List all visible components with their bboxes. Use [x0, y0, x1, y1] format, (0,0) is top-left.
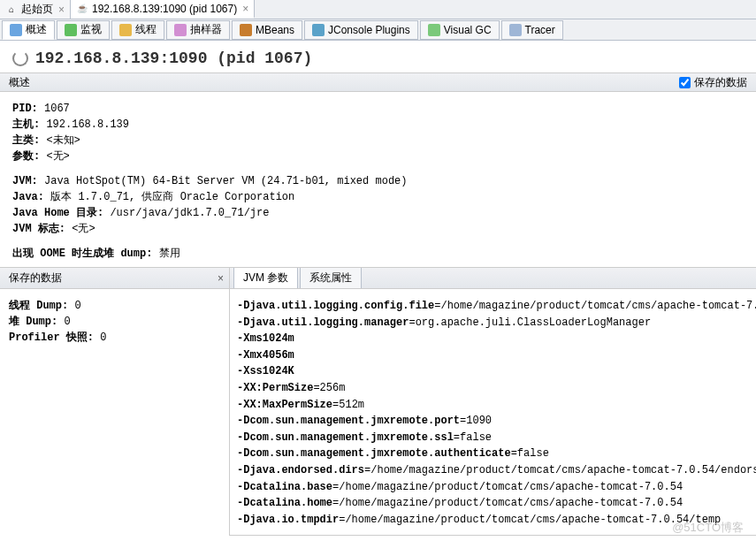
jvm-arg-key: -XX:MaxPermSize — [237, 399, 332, 411]
tab-jvm-args[interactable]: JVM 参数 — [233, 268, 298, 288]
jvm-arg-key: -Dcatalina.home — [237, 497, 332, 509]
tab-remote-host[interactable]: ☕ 192.168.8.139:1090 (pid 1067) × — [71, 0, 255, 19]
jvm-arg-row: -Dcom.sun.management.jmxremote.port=1090 — [237, 413, 749, 430]
profiler-label: Profiler 快照: — [9, 331, 94, 344]
heap-dump-value: 0 — [64, 316, 70, 328]
close-icon[interactable]: × — [58, 4, 65, 16]
jvm-arg-key: -Djava.endorsed.dirs — [237, 464, 364, 476]
javahome-label: Java Home 目录: — [12, 207, 103, 219]
jvm-args-list: -Djava.util.logging.config.file=/home/ma… — [230, 289, 756, 530]
tab-jconsole[interactable]: JConsole Plugins — [304, 20, 418, 40]
jvm-arg-key: -Dcom.sun.management.jmxremote.ssl — [237, 431, 454, 444]
jvm-arg-value: =1090 — [460, 415, 492, 427]
jvm-arg-row: -Dcom.sun.management.jmxremote.authentic… — [237, 446, 749, 462]
host-value: 192.168.8.139 — [46, 118, 129, 131]
jvm-arg-key: -Djava.util.logging.manager — [237, 316, 409, 329]
jvm-arg-value: =false — [511, 447, 549, 460]
tab-start-page[interactable]: ⌂ 起始页 × — [0, 0, 71, 19]
save-data-checkbox[interactable]: 保存的数据 — [679, 75, 747, 90]
tab-mbeans[interactable]: MBeans — [232, 20, 302, 40]
java-icon: ☕ — [76, 3, 88, 15]
save-data-input[interactable] — [679, 77, 691, 88]
jvm-arg-row: -Xms1024m — [237, 331, 749, 347]
mainclass-label: 主类: — [12, 134, 40, 147]
jvmflags-value: <无> — [72, 223, 95, 235]
jvm-arg-key: -Dcom.sun.management.jmxremote.port — [237, 415, 460, 427]
tab-visualgc[interactable]: Visual GC — [420, 20, 500, 40]
properties-pane: JVM 参数 系统属性 -Djava.util.logging.config.f… — [230, 268, 756, 536]
view-tabs: 概述 监视 线程 抽样器 MBeans JConsole Plugins Vis… — [0, 19, 756, 41]
loading-icon — [12, 50, 28, 66]
jvm-arg-value: =org.apache.juli.ClassLoaderLogManager — [409, 316, 651, 329]
jvm-arg-value: =256m — [313, 382, 345, 394]
jvm-arg-row: -Dcatalina.base=/home/magazine/product/t… — [237, 479, 749, 496]
jvm-arg-value: =/home/magazine/product/tomcat/cms/apach… — [332, 481, 683, 493]
monitor-icon — [65, 24, 77, 36]
visualgc-icon — [428, 24, 440, 36]
threads-icon — [119, 24, 132, 36]
jvm-arg-key: -Djava.io.tmpdir — [237, 514, 339, 526]
java-value: 版本 1.7.0_71, 供应商 Oracle Corporation — [50, 191, 294, 203]
jvm-arg-value: =/home/magazine/product/tomcat/cms/apach… — [364, 464, 756, 476]
oome-label: 出现 OOME 时生成堆 dump: — [12, 248, 152, 260]
tab-overview[interactable]: 概述 — [2, 20, 55, 40]
tab-sampler[interactable]: 抽样器 — [166, 20, 230, 40]
jvm-arg-value: =/home/magazine/product/tomcat/cms/apach… — [332, 497, 683, 509]
tab-threads[interactable]: 线程 — [111, 20, 164, 40]
save-data-label: 保存的数据 — [694, 75, 747, 90]
jvm-value: Java HotSpot(TM) 64-Bit Server VM (24.71… — [44, 175, 407, 187]
jvm-arg-key: -Xss1024K — [237, 365, 294, 377]
jvm-arg-row: -XX:MaxPermSize=512m — [237, 397, 749, 414]
jconsole-icon — [312, 24, 325, 36]
tracer-icon — [509, 24, 522, 36]
saved-data-header: 保存的数据 × — [0, 268, 229, 289]
profiler-value: 0 — [100, 331, 106, 344]
page-header: 192.168.8.139:1090 (pid 1067) — [0, 41, 756, 72]
mainclass-value: <未知> — [46, 134, 80, 147]
jvm-arg-row: -Dcatalina.home=/home/magazine/product/t… — [237, 495, 749, 512]
jvm-arg-value: =false — [454, 431, 492, 444]
tab-monitor[interactable]: 监视 — [57, 20, 110, 40]
java-label: Java: — [12, 191, 44, 203]
jvm-arg-value: =/home/magazine/product/tomcat/cms/apach… — [339, 514, 721, 526]
args-label: 参数: — [12, 150, 40, 163]
mbeans-icon — [240, 24, 252, 36]
host-label: 主机: — [12, 118, 40, 131]
overview-info: PID: 1067 主机: 192.168.8.139 主类: <未知> 参数:… — [0, 92, 756, 267]
jvm-arg-row: -Djava.util.logging.manager=org.apache.j… — [237, 315, 749, 331]
saved-data-body: 线程 Dump: 0 堆 Dump: 0 Profiler 快照: 0 — [0, 289, 229, 354]
jvm-arg-row: -Xmx4056m — [237, 347, 749, 364]
sampler-icon — [174, 24, 187, 36]
lower-panes: 保存的数据 × 线程 Dump: 0 堆 Dump: 0 Profiler 快照… — [0, 267, 756, 536]
tab-system-properties[interactable]: 系统属性 — [300, 268, 362, 288]
jvmflags-label: JVM 标志: — [12, 223, 65, 235]
jvm-arg-value: =/home/magazine/product/tomcat/cms/apach… — [434, 300, 756, 312]
args-value: <无> — [46, 150, 69, 163]
heap-dump-label: 堆 Dump: — [9, 316, 57, 328]
jvm-arg-row: -Djava.io.tmpdir=/home/magazine/product/… — [237, 512, 749, 529]
jvm-arg-key: -Xmx4056m — [237, 349, 294, 362]
properties-tabs: JVM 参数 系统属性 — [230, 268, 756, 289]
page-title: 192.168.8.139:1090 (pid 1067) — [35, 50, 312, 67]
overview-icon — [10, 24, 22, 36]
divider — [230, 535, 756, 536]
close-icon[interactable]: × — [242, 3, 248, 15]
saved-data-title: 保存的数据 — [9, 270, 62, 286]
jvm-arg-key: -XX:PermSize — [237, 382, 313, 394]
overview-section-bar: 概述 保存的数据 — [0, 72, 756, 92]
jvm-arg-key: -Dcom.sun.management.jmxremote.authentic… — [237, 447, 511, 460]
javahome-value: /usr/java/jdk1.7.0_71/jre — [110, 207, 269, 219]
tab-tracer[interactable]: Tracer — [501, 20, 563, 40]
section-title: 概述 — [9, 75, 30, 90]
close-icon[interactable]: × — [218, 272, 224, 285]
jvm-arg-key: -Xms1024m — [237, 332, 294, 345]
tab-label: 192.168.8.139:1090 (pid 1067) — [92, 3, 237, 15]
jvm-arg-row: -Xss1024K — [237, 363, 749, 380]
jvm-arg-row: -Dcom.sun.management.jmxremote.ssl=false — [237, 430, 749, 446]
saved-data-pane: 保存的数据 × 线程 Dump: 0 堆 Dump: 0 Profiler 快照… — [0, 268, 230, 536]
pid-value: 1067 — [44, 103, 70, 115]
thread-dump-value: 0 — [74, 300, 80, 312]
pid-label: PID: — [12, 103, 38, 115]
jvm-arg-row: -Djava.util.logging.config.file=/home/ma… — [237, 298, 749, 315]
jvm-arg-value: =512m — [332, 399, 364, 411]
